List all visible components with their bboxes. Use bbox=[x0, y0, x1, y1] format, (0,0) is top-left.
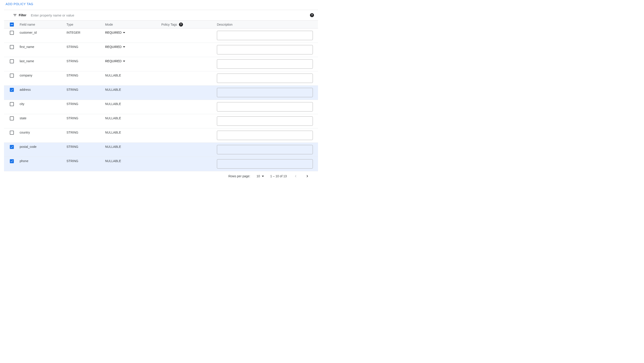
type-cell: STRING bbox=[66, 45, 105, 49]
pagination-bar: Rows per page: 10 1 – 10 of 13 bbox=[4, 171, 318, 180]
description-input[interactable] bbox=[217, 102, 313, 111]
row-checkbox[interactable] bbox=[10, 131, 14, 135]
table-row: customer_idINTEGERREQUIRED bbox=[4, 28, 318, 43]
row-checkbox[interactable] bbox=[10, 59, 14, 63]
next-page-button[interactable] bbox=[304, 173, 310, 179]
type-cell: STRING bbox=[66, 145, 105, 148]
description-input[interactable] bbox=[217, 74, 313, 83]
policy-tags-help-icon[interactable]: ? bbox=[179, 22, 183, 26]
row-checkbox[interactable] bbox=[10, 74, 14, 78]
row-checkbox[interactable] bbox=[10, 102, 14, 106]
field-name-cell: customer_id bbox=[20, 31, 66, 34]
rows-per-page-label: Rows per page: bbox=[228, 174, 250, 178]
pagination-range-text: 1 – 10 of 13 bbox=[270, 174, 287, 178]
field-name-cell: city bbox=[20, 102, 66, 106]
type-cell: STRING bbox=[66, 59, 105, 63]
mode-value: REQUIRED bbox=[105, 31, 122, 34]
column-header-description: Description bbox=[217, 23, 318, 26]
field-name-cell: company bbox=[20, 74, 66, 77]
row-checkbox[interactable] bbox=[10, 159, 14, 163]
filter-bar: Filter ? bbox=[4, 10, 318, 20]
policy-tags-header-label: Policy Tags bbox=[161, 23, 177, 26]
filter-input[interactable] bbox=[30, 13, 310, 17]
field-name-cell: first_name bbox=[20, 45, 66, 49]
chevron-down-icon bbox=[123, 46, 125, 47]
description-input[interactable] bbox=[217, 31, 313, 40]
filter-help-icon[interactable]: ? bbox=[310, 13, 314, 17]
row-checkbox[interactable] bbox=[10, 116, 14, 120]
type-cell: STRING bbox=[66, 88, 105, 91]
schema-table: Field name Type Mode Policy Tags ? Descr… bbox=[4, 20, 318, 171]
rows-per-page-value: 10 bbox=[256, 174, 260, 178]
select-all-checkbox[interactable] bbox=[10, 22, 14, 26]
table-row: stateSTRINGNULLABLE bbox=[4, 114, 318, 128]
description-input[interactable] bbox=[217, 45, 313, 54]
column-header-mode: Mode bbox=[105, 23, 161, 26]
add-policy-tag-button[interactable]: ADD POLICY TAG bbox=[0, 1, 33, 10]
mode-value: REQUIRED bbox=[105, 45, 122, 49]
type-cell: STRING bbox=[66, 74, 105, 77]
table-row: postal_codeSTRINGNULLABLE bbox=[4, 143, 318, 157]
row-checkbox[interactable] bbox=[10, 45, 14, 49]
description-input[interactable] bbox=[217, 116, 313, 126]
mode-select[interactable]: REQUIRED bbox=[105, 45, 125, 49]
chevron-down-icon bbox=[262, 176, 264, 177]
field-name-cell: address bbox=[20, 88, 66, 91]
filter-label: Filter bbox=[19, 13, 26, 17]
field-name-cell: last_name bbox=[20, 59, 66, 63]
mode-select[interactable]: REQUIRED bbox=[105, 31, 125, 34]
row-checkbox[interactable] bbox=[10, 88, 14, 92]
column-header-policy-tags: Policy Tags ? bbox=[161, 22, 217, 26]
type-cell: STRING bbox=[66, 159, 105, 163]
table-row: countrySTRINGNULLABLE bbox=[4, 128, 318, 143]
row-checkbox[interactable] bbox=[10, 145, 14, 149]
type-cell: STRING bbox=[66, 131, 105, 134]
type-cell: INTEGER bbox=[66, 31, 105, 34]
table-row: addressSTRINGNULLABLE bbox=[4, 86, 318, 100]
table-row: phoneSTRINGNULLABLE bbox=[4, 157, 318, 171]
mode-select[interactable]: REQUIRED bbox=[105, 59, 125, 63]
mode-value: NULLABLE bbox=[105, 88, 121, 91]
column-header-field-name: Field name bbox=[20, 23, 66, 26]
chevron-down-icon bbox=[123, 32, 125, 33]
description-input[interactable] bbox=[217, 59, 313, 69]
field-name-cell: country bbox=[20, 131, 66, 134]
description-input[interactable] bbox=[217, 159, 313, 169]
previous-page-button[interactable] bbox=[293, 173, 298, 179]
description-input[interactable] bbox=[217, 88, 313, 97]
table-row: companySTRINGNULLABLE bbox=[4, 71, 318, 86]
mode-value: NULLABLE bbox=[105, 74, 121, 77]
mode-value: NULLABLE bbox=[105, 102, 121, 106]
field-name-cell: phone bbox=[20, 159, 66, 163]
description-input[interactable] bbox=[217, 131, 313, 140]
table-header-row: Field name Type Mode Policy Tags ? Descr… bbox=[4, 20, 318, 28]
chevron-down-icon bbox=[123, 61, 125, 62]
mode-value: REQUIRED bbox=[105, 59, 122, 63]
table-row: first_nameSTRINGREQUIRED bbox=[4, 43, 318, 57]
type-cell: STRING bbox=[66, 116, 105, 120]
table-row: citySTRINGNULLABLE bbox=[4, 100, 318, 114]
mode-value: NULLABLE bbox=[105, 159, 121, 163]
type-cell: STRING bbox=[66, 102, 105, 106]
column-header-type: Type bbox=[66, 23, 105, 26]
filter-icon bbox=[13, 13, 17, 17]
field-name-cell: state bbox=[20, 116, 66, 120]
table-row: last_nameSTRINGREQUIRED bbox=[4, 57, 318, 71]
description-input[interactable] bbox=[217, 145, 313, 154]
row-checkbox[interactable] bbox=[10, 31, 14, 35]
mode-value: NULLABLE bbox=[105, 116, 121, 120]
mode-value: NULLABLE bbox=[105, 145, 121, 148]
mode-value: NULLABLE bbox=[105, 131, 121, 134]
rows-per-page-select[interactable]: 10 bbox=[256, 174, 264, 178]
field-name-cell: postal_code bbox=[20, 145, 66, 148]
